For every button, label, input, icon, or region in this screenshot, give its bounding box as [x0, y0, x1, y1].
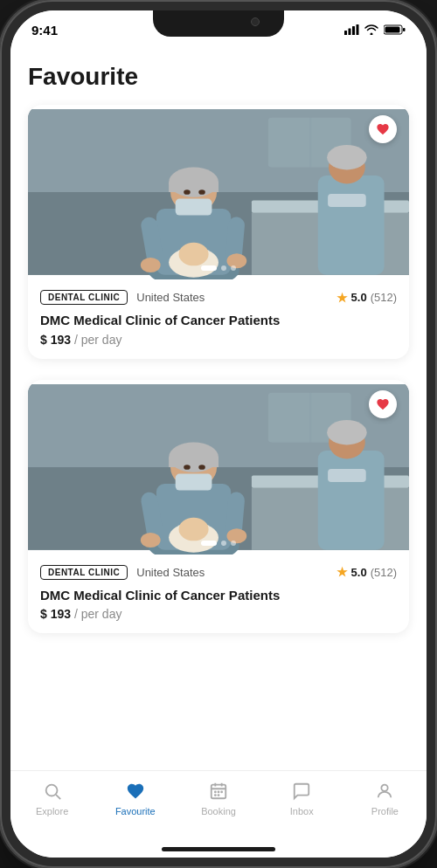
signal-icon	[344, 24, 359, 35]
dot-2-active	[201, 541, 217, 546]
svg-rect-44	[176, 473, 212, 490]
price-period-1: / per day	[74, 333, 121, 347]
nav-label-favourite: Favourite	[115, 806, 156, 816]
svg-rect-28	[318, 176, 385, 275]
price-amount-2: $ 193	[40, 607, 71, 621]
rating-2: ★ 5.0 (512)	[336, 565, 397, 579]
svg-rect-19	[176, 199, 212, 216]
svg-rect-1	[349, 29, 351, 36]
star-icon-1: ★	[336, 291, 348, 305]
nav-label-inbox: Inbox	[290, 806, 314, 816]
card-meta-2: DENTAL CLINIC United States ★ 5.0 (512)	[40, 565, 397, 580]
nav-label-explore: Explore	[36, 806, 68, 816]
svg-point-24	[141, 258, 161, 272]
card-image-1	[28, 105, 409, 279]
svg-point-55	[327, 419, 366, 444]
svg-point-45	[184, 465, 191, 470]
card-info-2: DENTAL CLINIC United States ★ 5.0 (512) …	[28, 555, 409, 634]
card-1[interactable]: DENTAL CLINIC United States ★ 5.0 (512) …	[28, 105, 409, 359]
card-image-wrapper-1	[28, 105, 409, 279]
dot-1-active	[201, 265, 217, 271]
svg-rect-36	[309, 392, 311, 442]
svg-rect-18	[169, 183, 218, 192]
dot-2-2	[221, 541, 226, 546]
page-title: Favourite	[28, 63, 409, 91]
card-image-2	[28, 380, 409, 555]
svg-rect-6	[385, 27, 400, 33]
svg-line-58	[56, 795, 60, 799]
nav-item-favourite[interactable]: Favourite	[94, 780, 177, 816]
svg-rect-11	[309, 118, 311, 168]
svg-rect-56	[328, 468, 366, 481]
dot-1-2	[221, 265, 226, 271]
svg-point-21	[198, 189, 205, 195]
svg-point-49	[141, 532, 161, 547]
bottom-nav: Explore Favourite	[10, 770, 427, 840]
location-2: United States	[136, 566, 327, 579]
heart-filled-icon	[376, 122, 390, 136]
category-badge-1: DENTAL CLINIC	[40, 290, 128, 305]
home-indicator	[10, 840, 427, 858]
nav-item-booking[interactable]: Booking	[177, 780, 260, 816]
content-area[interactable]: Favourite	[10, 49, 427, 770]
rating-1: ★ 5.0 (512)	[336, 291, 397, 305]
category-badge-2: DENTAL CLINIC	[40, 565, 128, 580]
status-bar: 9:41	[10, 10, 427, 49]
card-image-wrapper-2	[28, 380, 409, 555]
svg-point-20	[184, 189, 191, 195]
card-price-1: $ 193 / per day	[40, 333, 397, 347]
explore-icon	[41, 780, 64, 803]
card-2[interactable]: DENTAL CLINIC United States ★ 5.0 (512) …	[28, 380, 409, 634]
svg-rect-5	[403, 28, 406, 31]
dots-indicator-2	[201, 541, 236, 546]
notch-camera	[251, 17, 260, 26]
inbox-icon	[290, 780, 313, 803]
svg-point-46	[198, 465, 205, 470]
svg-point-68	[382, 785, 388, 791]
status-time: 9:41	[31, 23, 58, 38]
card-price-2: $ 193 / per day	[40, 607, 397, 621]
star-icon-2: ★	[336, 565, 348, 579]
phone-frame: 9:41	[0, 0, 437, 868]
dots-indicator-1	[201, 265, 236, 271]
svg-rect-43	[169, 457, 218, 466]
price-period-2: / per day	[74, 607, 121, 621]
notch	[153, 10, 284, 37]
svg-rect-2	[352, 26, 355, 35]
svg-point-27	[179, 243, 209, 266]
location-1: United States	[136, 291, 327, 304]
card-meta-1: DENTAL CLINIC United States ★ 5.0 (512)	[40, 290, 397, 305]
booking-icon	[207, 780, 230, 803]
home-indicator-bar	[162, 847, 275, 851]
rating-count-1: (512)	[371, 291, 397, 304]
rating-count-2: (512)	[371, 566, 397, 579]
heart-filled-icon-2	[376, 397, 390, 411]
dot-2-3	[231, 541, 236, 546]
card-title-2: DMC Medical Clinic of Cancer Patients	[40, 587, 397, 604]
svg-rect-3	[357, 24, 359, 35]
nav-label-booking: Booking	[201, 806, 236, 816]
wifi-icon	[364, 24, 378, 35]
card-info-1: DENTAL CLINIC United States ★ 5.0 (512) …	[28, 279, 409, 359]
rating-value-1: 5.0	[351, 291, 367, 304]
profile-icon	[373, 780, 396, 803]
nav-item-profile[interactable]: Profile	[343, 780, 427, 816]
nav-item-explore[interactable]: Explore	[10, 780, 94, 816]
rating-value-2: 5.0	[351, 566, 367, 579]
dot-1-3	[231, 265, 236, 271]
status-icons	[344, 24, 406, 35]
svg-rect-31	[328, 194, 366, 207]
svg-point-52	[179, 517, 209, 541]
price-amount-1: $ 193	[40, 333, 71, 347]
heart-button-1[interactable]	[369, 115, 397, 143]
nav-label-profile: Profile	[371, 806, 399, 816]
svg-point-30	[327, 145, 366, 169]
phone-screen: 9:41	[10, 10, 427, 858]
nav-item-inbox[interactable]: Inbox	[260, 780, 343, 816]
svg-rect-53	[318, 451, 385, 550]
svg-rect-0	[344, 31, 347, 35]
svg-point-57	[45, 785, 57, 796]
battery-icon	[384, 24, 406, 35]
card-title-1: DMC Medical Clinic of Cancer Patients	[40, 312, 397, 329]
heart-button-2[interactable]	[369, 390, 397, 418]
